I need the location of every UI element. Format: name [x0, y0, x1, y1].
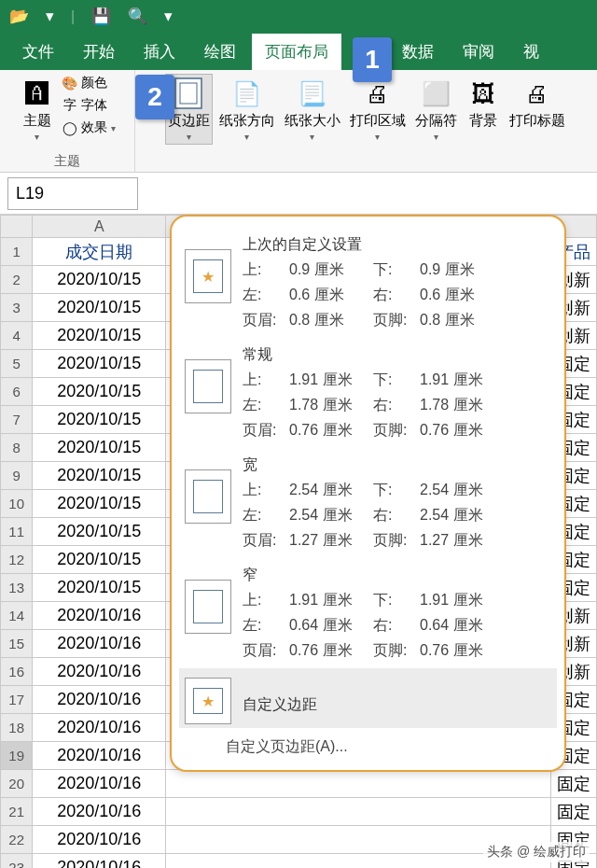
- cell[interactable]: 2020/10/15: [33, 266, 166, 294]
- background-button[interactable]: 🖼 背景: [464, 74, 503, 132]
- row-header[interactable]: 15: [1, 630, 33, 658]
- row-header[interactable]: 11: [1, 518, 33, 546]
- cell[interactable]: 2020/10/15: [33, 294, 166, 322]
- row-header[interactable]: 9: [1, 462, 33, 490]
- row-header[interactable]: 21: [1, 798, 33, 826]
- tab-home[interactable]: 开始: [70, 34, 128, 70]
- custom-margins-link[interactable]: 自定义页边距(A)...: [179, 728, 557, 759]
- tab-data[interactable]: 数据: [389, 34, 447, 70]
- cell[interactable]: 2020/10/16: [33, 686, 166, 714]
- row-header[interactable]: 10: [1, 490, 33, 518]
- cell[interactable]: 2020/10/16: [33, 826, 166, 854]
- tab-page-layout[interactable]: 页面布局: [252, 34, 341, 70]
- print-area-button[interactable]: 🖨 打印区域 ▾: [347, 74, 409, 145]
- print-preview-icon[interactable]: 🔍: [128, 7, 147, 26]
- themes-icon: 🅰: [21, 77, 54, 110]
- col-header-a[interactable]: A: [33, 216, 166, 238]
- row-header[interactable]: 22: [1, 826, 33, 854]
- row-header[interactable]: 16: [1, 658, 33, 686]
- save-icon[interactable]: 💾: [91, 7, 111, 26]
- cell[interactable]: 2020/10/15: [33, 518, 166, 546]
- row-header[interactable]: 7: [1, 406, 33, 434]
- cell[interactable]: 2020/10/15: [33, 350, 166, 378]
- chevron-down-icon: ▾: [187, 132, 191, 142]
- select-all-cell[interactable]: [1, 216, 33, 238]
- cell[interactable]: 成交日期: [33, 238, 166, 266]
- cell[interactable]: 2020/10/16: [33, 770, 166, 798]
- margin-preset[interactable]: 宽上:2.54 厘米下:2.54 厘米左:2.54 厘米右:2.54 厘米页眉:…: [179, 448, 557, 558]
- cell[interactable]: 2020/10/16: [33, 658, 166, 686]
- ribbon-tabs: 文件 开始 插入 绘图 页面布局 式 数据 审阅 视: [0, 33, 597, 70]
- cell[interactable]: 2020/10/15: [33, 322, 166, 350]
- folder-open-icon[interactable]: 📂: [9, 7, 29, 26]
- theme-group-label: 主题: [54, 151, 80, 170]
- cell[interactable]: 2020/10/16: [33, 602, 166, 630]
- margin-preset[interactable]: 常规上:1.91 厘米下:1.91 厘米左:1.78 厘米右:1.78 厘米页眉…: [179, 338, 557, 448]
- cell[interactable]: 2020/10/15: [33, 462, 166, 490]
- cell[interactable]: [166, 798, 551, 826]
- preset-values: 上:0.9 厘米下:0.9 厘米左:0.6 厘米右:0.6 厘米页眉:0.8 厘…: [243, 260, 551, 330]
- themes-button[interactable]: 🅰 主题 ▾: [18, 74, 57, 145]
- orientation-icon: 📄: [230, 77, 264, 110]
- tab-review[interactable]: 审阅: [450, 34, 507, 70]
- cell[interactable]: 2020/10/16: [33, 854, 166, 869]
- cell[interactable]: 2020/10/15: [33, 574, 166, 602]
- margin-preset[interactable]: 窄上:1.91 厘米下:1.91 厘米左:0.64 厘米右:0.64 厘米页眉:…: [179, 558, 557, 668]
- tab-insert[interactable]: 插入: [131, 34, 188, 70]
- breaks-icon: ⬜: [419, 77, 452, 110]
- cell[interactable]: 2020/10/15: [33, 490, 166, 518]
- row-header[interactable]: 8: [1, 434, 33, 462]
- margin-preset[interactable]: 上次的自定义设置上:0.9 厘米下:0.9 厘米左:0.6 厘米右:0.6 厘米…: [179, 228, 557, 338]
- name-box[interactable]: [7, 177, 138, 210]
- cell[interactable]: 2020/10/15: [33, 434, 166, 462]
- row-header[interactable]: 17: [1, 686, 33, 714]
- row-header[interactable]: 5: [1, 350, 33, 378]
- qat-caret-2[interactable]: ▾: [164, 7, 173, 26]
- cell[interactable]: 2020/10/15: [33, 546, 166, 574]
- row-header[interactable]: 20: [1, 770, 33, 798]
- tab-file[interactable]: 文件: [9, 34, 67, 70]
- separator: |: [71, 8, 75, 25]
- row-header[interactable]: 1: [1, 238, 33, 266]
- custom-margin-current[interactable]: 自定义边距: [179, 668, 557, 728]
- row-header[interactable]: 2: [1, 266, 33, 294]
- size-button[interactable]: 📃 纸张大小 ▾: [282, 74, 343, 145]
- orientation-button[interactable]: 📄 纸张方向 ▾: [216, 74, 278, 145]
- row-header[interactable]: 14: [1, 602, 33, 630]
- effects-label: 效果: [81, 119, 107, 136]
- custom-margin-label: 自定义边距: [243, 695, 551, 715]
- ribbon: 🅰 主题 ▾ 🎨颜色 字字体 ◯效果▾ 主题 页边距 ▾ 📄 纸张: [0, 70, 597, 173]
- fonts-label: 字体: [81, 97, 107, 114]
- cell[interactable]: [166, 770, 551, 798]
- row-header[interactable]: 18: [1, 714, 33, 742]
- cell[interactable]: 2020/10/16: [33, 714, 166, 742]
- cell[interactable]: 2020/10/16: [33, 630, 166, 658]
- cell[interactable]: 2020/10/16: [33, 798, 166, 826]
- cell[interactable]: 2020/10/15: [33, 378, 166, 406]
- tab-view[interactable]: 视: [510, 34, 552, 70]
- cell[interactable]: 2020/10/16: [33, 742, 166, 770]
- row-header[interactable]: 4: [1, 322, 33, 350]
- row-header[interactable]: 13: [1, 574, 33, 602]
- print-titles-button[interactable]: 🖨 打印标题: [507, 74, 568, 132]
- row-header[interactable]: 3: [1, 294, 33, 322]
- breaks-button[interactable]: ⬜ 分隔符 ▾: [412, 74, 460, 145]
- background-icon: 🖼: [466, 77, 500, 110]
- margin-preset-icon: [185, 678, 231, 724]
- qat-caret-1[interactable]: ▾: [46, 7, 54, 26]
- orientation-label: 纸张方向: [219, 113, 275, 129]
- margin-preset-icon: [185, 469, 231, 524]
- fonts-button[interactable]: 字字体: [61, 96, 118, 115]
- colors-button[interactable]: 🎨颜色: [61, 74, 118, 92]
- effects-button[interactable]: ◯效果▾: [61, 119, 118, 137]
- row-header[interactable]: 19: [1, 742, 33, 770]
- cell[interactable]: 2020/10/15: [33, 406, 166, 434]
- cell[interactable]: 固定: [551, 770, 597, 798]
- row-header[interactable]: 12: [1, 546, 33, 574]
- row-header[interactable]: 23: [1, 854, 33, 869]
- themes-label: 主题: [23, 113, 51, 129]
- row-header[interactable]: 6: [1, 378, 33, 406]
- margin-preset-icon: [185, 249, 231, 303]
- cell[interactable]: 固定: [551, 798, 597, 826]
- tab-draw[interactable]: 绘图: [191, 34, 249, 70]
